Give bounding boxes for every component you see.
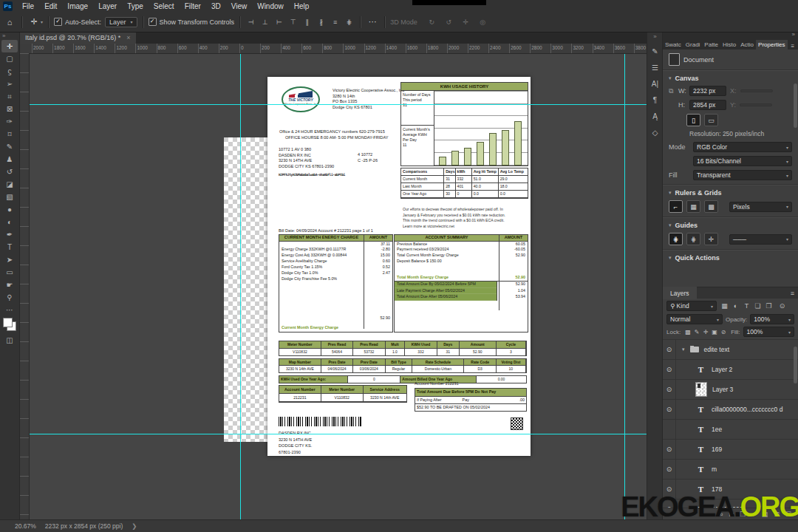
lasso-tool[interactable]: ϛ	[1, 65, 18, 78]
panel-tab[interactable]: Histo	[720, 40, 738, 50]
menu-item[interactable]: 3D	[206, 2, 226, 10]
horizontal-ruler[interactable]: 2000180016001400120010008006004002000200…	[19, 44, 647, 54]
fill-dropdown[interactable]: Transparent▾	[693, 170, 792, 180]
dodge-tool[interactable]: ◐	[1, 216, 18, 228]
close-tab-icon[interactable]: ×	[126, 34, 130, 41]
lock-icon[interactable]: ▣	[710, 329, 719, 335]
lock-icon[interactable]: ✎	[692, 329, 701, 335]
pen-tool[interactable]: ✒	[1, 228, 18, 241]
layers-scrollbar[interactable]	[794, 347, 797, 383]
menu-item[interactable]: Help	[289, 2, 315, 10]
document-tab[interactable]: Italy id.psd @ 20.7% (RGB/16) * ×	[19, 32, 136, 44]
eraser-tool[interactable]: ◪	[1, 178, 18, 191]
ruler-units-dropdown[interactable]: Pixels▾	[729, 202, 792, 212]
document-page[interactable]: THE VICTORY Electric Cooperative Assoc. …	[267, 77, 531, 456]
history-brush-tool[interactable]: ↺	[1, 166, 18, 178]
show-transform-checkbox[interactable]: ✓	[149, 18, 157, 26]
quick-actions-section-header[interactable]: ▾Quick Actions	[669, 254, 792, 262]
object-selection-tool[interactable]: ➢	[1, 78, 18, 90]
layer-filter-icon[interactable]: ▦	[719, 302, 730, 310]
guide-horizontal-bottom[interactable]	[29, 434, 647, 434]
align-icon[interactable]: ∦	[316, 18, 327, 26]
canvas-height-field[interactable]: 2854 px	[689, 100, 726, 110]
path-selection-tool[interactable]: ➤	[1, 253, 18, 266]
menu-item[interactable]: File	[17, 2, 39, 10]
menu-item[interactable]: Filter	[180, 2, 206, 10]
filter-pin-icon[interactable]: ⊙	[777, 302, 788, 310]
hand-tool[interactable]: ☛	[1, 279, 18, 291]
more-tools[interactable]: ⋯	[1, 304, 18, 316]
clone-stamp-tool[interactable]: ♟	[1, 153, 18, 166]
align-icon[interactable]: ⊥	[259, 18, 270, 26]
layer-visibility-eye-icon[interactable]: ⊙	[663, 360, 676, 379]
link-dimensions-icon[interactable]: ⧉	[669, 87, 675, 95]
ruler-toggle-icon[interactable]: ⌐	[669, 200, 683, 213]
tab-properties[interactable]: Properties	[756, 40, 787, 50]
marquee-tool[interactable]: ▢	[1, 52, 18, 65]
panel-tab[interactable]: Actio	[738, 40, 756, 50]
layer-visibility-eye-icon[interactable]: ⊙	[663, 340, 676, 359]
more-options-icon[interactable]: ⋯	[366, 17, 379, 27]
move-tool[interactable]: ✛	[1, 40, 18, 52]
canvas-y-field[interactable]	[740, 103, 772, 106]
landscape-orientation-icon[interactable]: ▭	[704, 114, 718, 126]
panel-menu-icon[interactable]: ≡	[788, 43, 798, 50]
collapse-toolbar-icon[interactable]: »	[0, 32, 5, 40]
menu-item[interactable]: Type	[122, 2, 149, 10]
layer-row[interactable]: ⊙ T cilla0000000...ccccccc0 d	[663, 400, 798, 420]
align-icon[interactable]: ≡	[330, 18, 341, 26]
menu-item[interactable]: Image	[62, 2, 93, 10]
type-tool[interactable]: T	[1, 241, 18, 253]
eyedropper-tool[interactable]: ✑	[1, 115, 18, 128]
layer-row[interactable]: ⊙ T 169	[663, 440, 798, 460]
layer-row[interactable]: ⊙ T m	[663, 460, 798, 480]
mode-dropdown[interactable]: RGB Color▾	[693, 142, 792, 152]
zoom-level[interactable]: 20.67%	[15, 522, 36, 530]
layer-filter-icon[interactable]: ❏	[752, 302, 763, 310]
opacity-dropdown[interactable]: 100%▾	[750, 314, 794, 324]
layer-visibility-eye-icon[interactable]: ⊙	[663, 380, 676, 399]
panel-tab[interactable]: Swatc	[663, 40, 683, 50]
guide-horizontal-top[interactable]	[29, 104, 647, 105]
lock-icon[interactable]: ⊘	[719, 329, 728, 335]
rulers-grids-section-header[interactable]: ▾Rulers & Grids	[669, 189, 792, 197]
align-icon[interactable]: ⊣	[245, 18, 256, 26]
menu-item[interactable]: View	[226, 2, 253, 10]
layer-row[interactable]: ⊙ T 1ee	[663, 420, 798, 440]
home-icon[interactable]: ⌂	[3, 18, 16, 27]
tab-layers[interactable]: Layers	[663, 287, 697, 299]
rectangle-tool[interactable]: ▭	[1, 266, 18, 279]
guide-style-dropdown[interactable]: ───▾	[729, 234, 792, 245]
canvas-section-header[interactable]: ▾Canvas	[669, 75, 792, 82]
menu-item[interactable]: Select	[149, 2, 180, 10]
guide-vertical-right[interactable]	[624, 53, 625, 520]
bit-depth-dropdown[interactable]: 16 Bits/Channel▾	[693, 156, 792, 166]
lock-icon[interactable]: ▩	[683, 329, 692, 335]
layer-visibility-eye-icon[interactable]: ⊙	[663, 440, 676, 459]
3d-panel-icon[interactable]: ◇	[648, 126, 662, 140]
brushes-icon[interactable]: ☰	[648, 61, 662, 75]
portrait-orientation-icon[interactable]: ▯	[686, 114, 700, 126]
healing-brush-tool[interactable]: ⌑	[1, 128, 18, 140]
brush-settings-icon[interactable]: ✎	[648, 44, 662, 58]
align-icon[interactable]: ⋕	[344, 18, 355, 26]
move-tool-icon[interactable]: ✛	[27, 17, 41, 27]
foreground-color-swatch[interactable]	[3, 318, 13, 327]
gradient-tool[interactable]: ▧	[1, 191, 18, 203]
layer-visibility-eye-icon[interactable]: ⊙	[663, 420, 676, 439]
blend-mode-dropdown[interactable]: Normal▾	[666, 314, 723, 324]
layer-filter-icon[interactable]: ◐	[730, 302, 741, 310]
pixel-grid-icon[interactable]: ▩	[704, 200, 718, 213]
align-icon[interactable]: ∥	[301, 18, 313, 26]
layer-row[interactable]: ⊙ T Layer 2	[663, 360, 798, 380]
screen-mode-icon[interactable]: ◫	[1, 334, 18, 347]
fill-opacity-dropdown[interactable]: 100%▾	[743, 327, 794, 337]
canvas-x-field[interactable]	[740, 89, 773, 92]
vertical-ruler[interactable]	[19, 53, 30, 520]
glyphs-panel-icon[interactable]: Ą	[648, 109, 662, 123]
collapse-panel-icon[interactable]: »	[663, 32, 798, 38]
status-chevron-icon[interactable]: ❯	[132, 522, 137, 530]
guide-vertical-left[interactable]	[240, 53, 241, 520]
smart-guides-icon[interactable]: ⋕	[686, 233, 700, 245]
expand-dock-icon[interactable]: »	[653, 32, 656, 44]
